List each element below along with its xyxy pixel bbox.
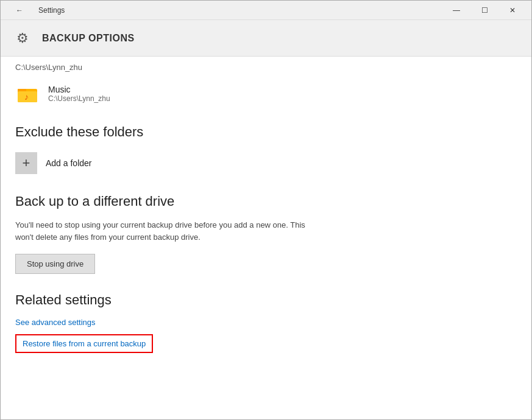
add-folder-label: Add a folder	[46, 158, 92, 168]
title-bar-controls: — ☐ ✕	[442, 1, 527, 20]
add-folder-button[interactable]: +	[15, 152, 37, 174]
music-folder-name: Music	[48, 85, 110, 94]
backup-drive-heading: Back up to a different drive	[15, 194, 517, 209]
settings-window: ← Settings — ☐ ✕ ⚙ BACKUP OPTIONS C:\Use…	[0, 0, 532, 420]
music-folder-item: ♪ Music C:\Users\Lynn_zhu	[15, 75, 517, 112]
window-title: Settings	[38, 6, 65, 15]
stop-drive-button[interactable]: Stop using drive	[15, 254, 95, 274]
app-header: ⚙ BACKUP OPTIONS	[1, 20, 531, 57]
related-settings: Related settings See advanced settings R…	[15, 292, 517, 353]
close-button[interactable]: ✕	[498, 1, 527, 20]
advanced-settings-link[interactable]: See advanced settings	[15, 318, 517, 327]
music-folder-icon: ♪	[15, 82, 40, 106]
title-bar-left: ← Settings	[5, 1, 65, 20]
minimize-button[interactable]: —	[442, 1, 470, 20]
add-folder-row: + Add a folder	[15, 150, 517, 177]
gear-icon: ⚙	[13, 29, 32, 48]
music-folder-info: Music C:\Users\Lynn_zhu	[48, 85, 110, 103]
back-button[interactable]: ←	[5, 1, 34, 20]
truncated-path: C:\Users\Lynn_zhu	[15, 57, 517, 75]
music-folder-path: C:\Users\Lynn_zhu	[48, 94, 110, 103]
content-area: C:\Users\Lynn_zhu ♪ Music C:\Users\Lynn_…	[1, 57, 531, 419]
page-title: BACKUP OPTIONS	[42, 33, 135, 44]
exclude-heading: Exclude these folders	[15, 124, 517, 140]
backup-drive-section: Back up to a different drive You'll need…	[15, 194, 517, 274]
restore-files-link[interactable]: Restore files from a current backup	[15, 334, 153, 353]
related-settings-heading: Related settings	[15, 292, 517, 308]
svg-text:♪: ♪	[24, 92, 29, 102]
backup-drive-description: You'll need to stop using your current b…	[15, 219, 308, 243]
maximize-button[interactable]: ☐	[470, 1, 498, 20]
title-bar: ← Settings — ☐ ✕	[1, 1, 531, 20]
